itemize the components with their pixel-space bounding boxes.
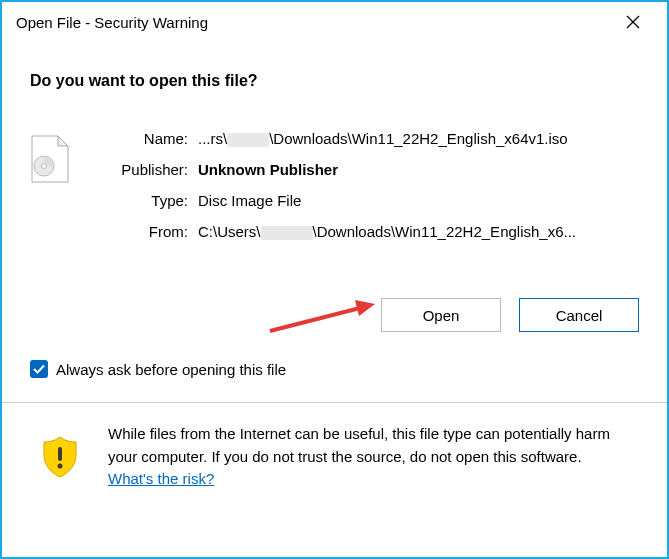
svg-marker-5	[355, 300, 375, 316]
svg-point-7	[58, 464, 63, 469]
name-value: ...rs\\Downloads\Win11_22H2_English_x64v…	[198, 130, 639, 147]
from-row: From: C:\Users\\Downloads\Win11_22H2_Eng…	[108, 223, 639, 240]
warning-section: While files from the Internet can be use…	[30, 403, 639, 511]
type-row: Type: Disc Image File	[108, 192, 639, 209]
warning-message: While files from the Internet can be use…	[108, 425, 610, 465]
whats-the-risk-link[interactable]: What's the risk?	[108, 470, 214, 487]
close-button[interactable]	[613, 7, 653, 37]
shield-column	[30, 423, 90, 482]
redacted-username	[261, 226, 313, 240]
file-details: Name: ...rs\\Downloads\Win11_22H2_Englis…	[108, 130, 639, 254]
publisher-value: Unknown Publisher	[198, 161, 639, 178]
close-icon	[626, 15, 640, 29]
redacted-username	[227, 133, 269, 147]
svg-line-4	[270, 308, 360, 331]
from-value: C:\Users\\Downloads\Win11_22H2_English_x…	[198, 223, 639, 240]
name-label: Name:	[108, 130, 198, 147]
warning-shield-icon	[41, 435, 79, 482]
file-info-section: Name: ...rs\\Downloads\Win11_22H2_Englis…	[30, 130, 639, 254]
disc-image-file-icon	[30, 134, 70, 184]
window-title: Open File - Security Warning	[16, 14, 208, 31]
security-warning-dialog: Open File - Security Warning Do you want…	[0, 0, 669, 559]
file-icon-column	[30, 130, 108, 184]
type-label: Type:	[108, 192, 198, 209]
name-row: Name: ...rs\\Downloads\Win11_22H2_Englis…	[108, 130, 639, 147]
dialog-heading: Do you want to open this file?	[30, 72, 639, 90]
always-ask-checkbox[interactable]	[30, 360, 48, 378]
cancel-button[interactable]: Cancel	[519, 298, 639, 332]
open-button[interactable]: Open	[381, 298, 501, 332]
always-ask-checkbox-row[interactable]: Always ask before opening this file	[30, 360, 639, 378]
warning-text: While files from the Internet can be use…	[108, 423, 631, 491]
from-label: From:	[108, 223, 198, 240]
svg-rect-6	[58, 447, 62, 461]
checkmark-icon	[33, 364, 45, 374]
dialog-content: Do you want to open this file? Name:	[2, 42, 667, 557]
always-ask-label: Always ask before opening this file	[56, 361, 286, 378]
annotation-arrow-icon	[265, 296, 385, 339]
publisher-row: Publisher: Unknown Publisher	[108, 161, 639, 178]
button-row: Open Cancel	[30, 298, 639, 332]
type-value: Disc Image File	[198, 192, 639, 209]
publisher-label: Publisher:	[108, 161, 198, 178]
titlebar: Open File - Security Warning	[2, 2, 667, 42]
